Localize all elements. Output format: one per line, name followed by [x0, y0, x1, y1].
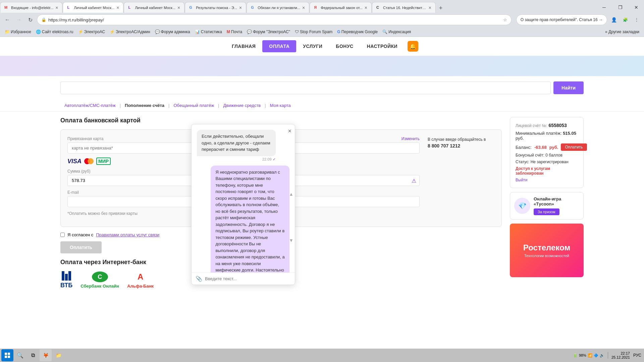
battery-percent: 98%: [579, 353, 586, 357]
sub-nav-movements[interactable]: Движение средств: [219, 102, 265, 109]
extensions-icon[interactable]: 🧩: [621, 15, 630, 24]
bookmark-forum-admin[interactable]: 💬 Форум админка: [153, 29, 192, 35]
bookmark-icon-7: 💬: [247, 29, 252, 34]
sub-nav-topup[interactable]: Пополнение счёта: [121, 102, 168, 109]
svg-rect-2: [5, 356, 7, 358]
tab-2[interactable]: L Личный кабинет Моск... ×: [63, 2, 123, 13]
taskbar-app-1[interactable]: ⧉: [27, 349, 39, 361]
sub-nav-autopay[interactable]: Автоплатёж/СМС-платёж: [60, 102, 120, 109]
back-button[interactable]: ←: [3, 15, 12, 24]
tab-favicon-1: M: [4, 5, 9, 10]
bookmark-elektro[interactable]: ⚡ ЭлектроАС: [76, 29, 107, 35]
bookmark-label-7: Форум "ЭлектроАС": [253, 29, 290, 34]
tab-favicon-4: G: [189, 5, 194, 10]
vtb-name: ВТБ: [60, 282, 72, 289]
new-tab-button[interactable]: +: [436, 3, 445, 13]
ad-title: Онлайн-игра «Тycoon»: [534, 196, 579, 206]
nav-glavnaya[interactable]: ГЛАВНАЯ: [225, 40, 262, 52]
minimize-button[interactable]: ─: [596, 2, 612, 13]
pay-button[interactable]: Оплатить: [60, 241, 102, 253]
chat-bubble-1: Если действительно, обещали одно, а сдел…: [197, 130, 276, 156]
tab-close-5[interactable]: ×: [302, 5, 305, 10]
tab-7[interactable]: С Статья 16. Недействите... ×: [372, 2, 436, 13]
tab-5[interactable]: G Обязан ли я устанавли... ×: [247, 2, 309, 13]
taskbar-search[interactable]: 🔍: [14, 349, 26, 361]
menu-icon[interactable]: ⋮: [632, 15, 641, 24]
bookmark-sayt[interactable]: 🌐 Сайт elektroas.ru: [34, 29, 75, 35]
forward-button[interactable]: →: [14, 15, 23, 24]
chat-scrollbar[interactable]: ▲ ▼: [289, 191, 293, 243]
bookmark-icon-0: 📁: [5, 29, 10, 34]
tab-close-7[interactable]: ×: [429, 5, 431, 10]
logout-link[interactable]: Выйти: [516, 178, 578, 182]
vtb-logo[interactable]: ВТБ: [60, 271, 72, 289]
tab-4[interactable]: G Результаты поиска - Э... ×: [185, 2, 246, 13]
pay-now-button[interactable]: Оплатить: [561, 143, 587, 151]
bookmarks-more-button[interactable]: » Другие закладки: [603, 29, 641, 35]
sberbank-logo[interactable]: С Сбербанк Онлайн: [80, 272, 119, 289]
files-icon: 📁: [56, 353, 61, 358]
chat-input-row: 📎: [192, 273, 295, 285]
payment-section-title: Оплата банковской картой: [60, 117, 502, 124]
start-button[interactable]: [1, 349, 13, 361]
bookmark-mail[interactable]: M Почта: [225, 29, 244, 35]
chat-input[interactable]: [205, 276, 291, 281]
bookmark-stopspam[interactable]: 🛡 Stop Forum Spam: [293, 29, 334, 35]
ad-card: 💎 Онлайн-игра «Тycoon» За призом: [510, 192, 584, 220]
rt-ad[interactable]: Ростелеком Технологии возможностей: [510, 224, 584, 277]
bookmark-admin[interactable]: ⚡ ЭлектроАС/Админ: [108, 29, 152, 35]
tab-favicon-3: L: [128, 5, 133, 10]
search-icon: 🔍: [17, 352, 23, 359]
tab-close-3[interactable]: ×: [177, 5, 180, 10]
search-suggestion[interactable]: О защите прав потребителей". Статья 16 →: [516, 14, 607, 25]
tab-6[interactable]: Я Федеральный закон от... ×: [310, 2, 372, 13]
svg-rect-0: [5, 353, 7, 355]
terms-link[interactable]: Правилами оплаты услуг связи: [96, 232, 159, 237]
tab-1[interactable]: M Входящие - info@elektr... ×: [0, 2, 62, 13]
change-card-link[interactable]: Изменить: [401, 136, 420, 141]
agree-checkbox[interactable]: [60, 233, 65, 237]
window-controls: ─ ❐ ✕: [596, 2, 644, 13]
taskbar-files[interactable]: 📁: [52, 349, 64, 361]
bookmark-izbrannoye[interactable]: 📁 Избранное: [3, 29, 33, 35]
attach-icon[interactable]: 📎: [196, 276, 202, 282]
nav-uslugi[interactable]: УСЛУГИ: [296, 40, 329, 52]
bookmark-stat[interactable]: 📊 Статистика: [193, 29, 224, 35]
sub-nav-mycard[interactable]: Моя карта: [266, 102, 295, 109]
search-input[interactable]: [60, 81, 551, 94]
checkbox-text: Я согласен с: [67, 232, 93, 237]
chat-close-button[interactable]: ×: [288, 128, 291, 135]
sub-nav-promised[interactable]: Обещанный платёж: [169, 102, 218, 109]
tab-close-2[interactable]: ×: [116, 5, 119, 10]
search-section: Найти: [0, 76, 644, 100]
nav-oplata[interactable]: ОПЛАТА: [262, 40, 296, 52]
notification-icon[interactable]: 🔔: [407, 40, 419, 52]
tab-3[interactable]: L Личный кабинет Моск... ×: [124, 2, 184, 13]
star-icon[interactable]: ☆: [503, 17, 507, 22]
nav-nastroyki[interactable]: НАСТРОЙКИ: [360, 40, 404, 52]
tab-close-4[interactable]: ×: [239, 5, 242, 10]
taskbar: 🔍 ⧉ 🦊 📁 🔋 98% 📶 🔷 🔊 22:17 25.12.2021 РУС: [0, 349, 644, 362]
refresh-button[interactable]: ↻: [25, 15, 35, 24]
tab-close-1[interactable]: ×: [55, 5, 58, 10]
taskbar-browser[interactable]: 🦊: [40, 349, 52, 361]
bookmark-index[interactable]: 🔍 Индексация: [380, 29, 413, 35]
nav-bonus[interactable]: БОНУС: [329, 40, 360, 52]
mastercard-logo: [84, 158, 94, 164]
restore-button[interactable]: ❐: [612, 2, 628, 13]
time-display: 22:17: [621, 351, 630, 355]
profile-icon[interactable]: 👤: [609, 15, 619, 24]
ad-content: 💎 Онлайн-игра «Тycoon» За призом: [510, 192, 583, 219]
keyboard-layout[interactable]: РУС: [632, 353, 643, 358]
bookmark-translate[interactable]: G Переводчик Google: [335, 29, 380, 35]
tab-favicon-2: L: [67, 5, 72, 10]
close-button[interactable]: ✕: [629, 2, 644, 13]
bonus-row: Бонусный счёт: 0 баллов: [516, 153, 578, 158]
bookmark-forum[interactable]: 💬 Форум "ЭлектроАС": [245, 29, 292, 35]
mir-logo: МИР: [96, 158, 111, 165]
address-bar[interactable]: 🔒 https://my.rt.ru/billing/prepay/ ☆: [37, 14, 512, 25]
tab-close-6[interactable]: ×: [365, 5, 367, 10]
alfabank-logo[interactable]: А Альфа·Банк: [127, 272, 154, 289]
search-button[interactable]: Найти: [553, 81, 584, 94]
ad-button[interactable]: За призом: [534, 208, 559, 215]
